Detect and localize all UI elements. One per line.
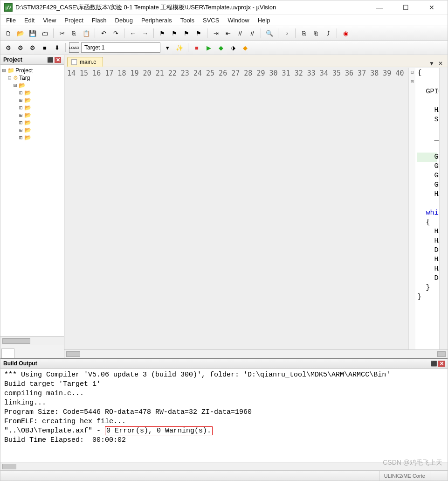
red-dot-button[interactable]: ◉ [340, 28, 351, 38]
toolbar-build: ⚙⚙⚙■⬇LOADTarget 1▾✨■▶◆⬗◆ [0, 41, 448, 55]
tree-item[interactable]: ⊞📂 [1, 126, 63, 134]
fold-column[interactable]: ⊟ ⊟ [409, 68, 415, 349]
bm-clear-button[interactable]: ⚑ [193, 28, 204, 38]
tree-item[interactable]: ⊟📁Project [1, 67, 63, 74]
cut-button[interactable]: ✂ [57, 28, 67, 38]
app-icon: µV [4, 3, 13, 12]
project-tree[interactable]: ⊟📁Project⊟⚙Targ⊟📂⊞📂⊞📂⊞📂⊞📂⊞📂⊞📂⊞📂 [0, 65, 64, 336]
menu-file[interactable]: File [6, 17, 16, 24]
save-button[interactable]: 💾 [28, 28, 38, 38]
new-button[interactable]: 🗋 [3, 28, 14, 38]
orange-button[interactable]: ◆ [240, 42, 250, 53]
menu-bar: FileEditViewProjectFlashDebugPeripherals… [0, 15, 448, 26]
tree-item[interactable]: ⊞📂 [1, 89, 63, 97]
indent-button[interactable]: ⇥ [211, 28, 221, 38]
open-button[interactable]: 📂 [15, 28, 26, 38]
tree-item[interactable]: ⊞📂 [1, 119, 63, 126]
stop-button[interactable]: ■ [40, 42, 50, 53]
menu-project[interactable]: Project [64, 17, 83, 24]
red-sq-button[interactable]: ■ [192, 42, 202, 53]
build-hscroll[interactable] [0, 462, 448, 470]
find-button[interactable]: 🔍 [264, 28, 275, 38]
code-editor[interactable]: 14 15 16 17 18 19 20 21 22 23 24 25 26 2… [64, 67, 448, 349]
tab-dropdown-icon[interactable]: ▼ [427, 60, 436, 67]
panel-close-button[interactable]: ✕ [55, 57, 61, 63]
build-output-title: Build Output ⬛ ✕ [0, 359, 448, 369]
d-arrow-button[interactable]: ⬗ [228, 42, 238, 53]
target-select[interactable]: Target 1 [81, 42, 160, 53]
spacer-button[interactable]: ▫ [282, 28, 292, 38]
forward-button[interactable]: → [140, 28, 150, 38]
status-cell [430, 471, 444, 481]
batch-button[interactable]: ⚙ [28, 42, 38, 53]
back-button[interactable]: ← [128, 28, 138, 38]
file-tab-label: main.c [80, 59, 96, 65]
maximize-button[interactable]: ☐ [397, 4, 414, 11]
tree-item[interactable]: ⊟📂 [1, 82, 63, 89]
project-hscroll[interactable] [0, 336, 64, 345]
undo-button[interactable]: ↶ [98, 28, 109, 38]
save-all-button[interactable]: 🗃 [40, 28, 50, 38]
minimize-button[interactable]: — [371, 4, 388, 11]
copy-button[interactable]: ⎘ [69, 28, 79, 38]
build-output-panel: Build Output ⬛ ✕ *** Using Compiler 'V5.… [0, 358, 448, 470]
menu-debug[interactable]: Debug [115, 17, 133, 24]
menu-svcs[interactable]: SVCS [203, 17, 219, 24]
download-button[interactable]: ⬇ [52, 42, 62, 53]
project-panel-title: Project ⬛ ✕ [0, 55, 64, 65]
title-bar: µV D:\STM32F429_CASE\库函数版本\实验 0-1 Templa… [0, 0, 448, 15]
tree-item[interactable]: ⊞📂 [1, 112, 63, 119]
build-button[interactable]: ⚙ [3, 42, 14, 53]
status-bar: ULINK2/ME Corte [0, 470, 448, 481]
menu-flash[interactable]: Flash [92, 17, 107, 24]
panel-close-button[interactable]: ✕ [438, 361, 445, 367]
file-tab-main-c[interactable]: main.c [67, 57, 103, 67]
close-button[interactable]: ✕ [423, 4, 440, 11]
pin-icon[interactable]: ⬛ [47, 57, 54, 63]
tree-item[interactable]: ⊞📂 [1, 134, 63, 141]
dbg-over-button[interactable]: ⎗ [311, 28, 321, 38]
target-dropdown-icon[interactable]: ▾ [162, 42, 172, 53]
menu-view[interactable]: View [43, 17, 56, 24]
bm-prev-button[interactable]: ⚑ [169, 28, 179, 38]
build-output-text[interactable]: *** Using Compiler 'V5.06 update 3 (buil… [0, 369, 448, 462]
pin-icon[interactable]: ⬛ [431, 361, 437, 367]
load-button[interactable]: LOAD [69, 42, 79, 53]
tree-item[interactable]: ⊞📂 [1, 104, 63, 112]
code-text[interactable]: { GPIO_InitTypeDef GPIO_Initure; HAL_Ini… [415, 68, 439, 349]
menu-edit[interactable]: Edit [24, 17, 34, 24]
tree-item[interactable]: ⊟⚙Targ [1, 74, 63, 82]
menu-peripherals[interactable]: Peripherals [141, 17, 172, 24]
editor-hscroll[interactable] [64, 349, 448, 358]
file-icon [71, 59, 77, 65]
wand-button[interactable]: ✨ [174, 42, 185, 53]
editor-vscroll[interactable] [439, 68, 448, 349]
comment-button[interactable]: // [235, 28, 245, 38]
uncomment-button[interactable]: // [247, 28, 257, 38]
status-debugger: ULINK2/ME Corte [379, 471, 430, 481]
bm-next-button[interactable]: ⚑ [181, 28, 192, 38]
project-panel: Project ⬛ ✕ ⊟📁Project⊟⚙Targ⊟📂⊞📂⊞📂⊞📂⊞📂⊞📂⊞… [0, 55, 64, 358]
menu-help[interactable]: Help [258, 17, 270, 24]
dbg-out-button[interactable]: ⤴ [323, 28, 333, 38]
grn-tri-button[interactable]: ▶ [204, 42, 214, 53]
line-number-gutter: 14 15 16 17 18 19 20 21 22 23 24 25 26 2… [64, 68, 409, 349]
outdent-button[interactable]: ⇤ [223, 28, 233, 38]
build-output-label: Build Output [3, 360, 37, 367]
bookmark-button[interactable]: ⚑ [157, 28, 167, 38]
editor-tabbar: main.c ▼ ✕ [64, 55, 448, 67]
grn-sq-button[interactable]: ◆ [216, 42, 226, 53]
toolbar-main: 🗋📂💾🗃✂⎘📋↶↷←→⚑⚑⚑⚑⇥⇤////🔍▫⎘⎗⤴◉ [0, 26, 448, 41]
project-tab[interactable] [1, 349, 14, 358]
tree-item[interactable]: ⊞📂 [1, 97, 63, 104]
menu-window[interactable]: Window [227, 17, 249, 24]
tab-close-icon[interactable]: ✕ [436, 60, 445, 67]
project-panel-label: Project [3, 56, 22, 63]
rebuild-button[interactable]: ⚙ [15, 42, 26, 53]
window-title: D:\STM32F429_CASE\库函数版本\实验 0-1 Template … [15, 3, 371, 12]
redo-button[interactable]: ↷ [110, 28, 121, 38]
menu-tools[interactable]: Tools [180, 17, 194, 24]
project-tabstrip [0, 345, 64, 358]
dbg-step-button[interactable]: ⎘ [299, 28, 309, 38]
paste-button[interactable]: 📋 [81, 28, 91, 38]
